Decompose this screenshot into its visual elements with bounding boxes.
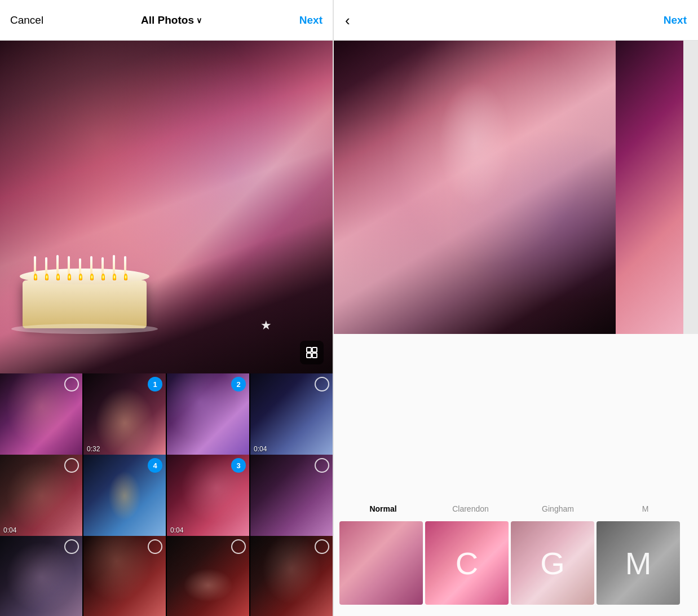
chevron-down-icon: ∨ bbox=[196, 16, 202, 25]
filter-letter-clarendon: C bbox=[456, 545, 478, 582]
thumbnail-8[interactable] bbox=[250, 455, 333, 537]
thumb-selector-9[interactable] bbox=[64, 539, 79, 554]
thumbnail-6[interactable]: 4 bbox=[83, 455, 166, 537]
thumb-selector-8[interactable] bbox=[315, 458, 329, 473]
thumbnail-10[interactable] bbox=[83, 536, 166, 616]
filter-letter-moon: M bbox=[625, 545, 652, 582]
thumbnail-grid: 0:32 1 2 0:04 0:04 4 0:04 bbox=[0, 373, 333, 616]
thumbnail-7[interactable]: 0:04 3 bbox=[167, 455, 249, 537]
thumb-selector-1[interactable] bbox=[64, 377, 79, 391]
main-photo-bg: ★ bbox=[0, 41, 333, 373]
thumb-badge-3: 2 bbox=[231, 377, 246, 391]
thumbnail-1[interactable] bbox=[0, 373, 82, 456]
thumbnail-12[interactable] bbox=[250, 536, 333, 616]
thumbnail-9[interactable] bbox=[0, 536, 82, 616]
filter-label-moon: M bbox=[602, 504, 689, 513]
thumb-selector-10[interactable] bbox=[148, 539, 162, 554]
back-button[interactable]: ‹ bbox=[345, 13, 350, 28]
right-main-photo bbox=[334, 41, 616, 334]
thumb-badge-6: 4 bbox=[148, 458, 162, 473]
right-panel: ‹ Next Normal Clarendon Gingham M bbox=[334, 0, 698, 616]
filter-thumbnails-row: C G M bbox=[334, 521, 698, 605]
left-panel: Cancel All Photos ∨ Next bbox=[0, 0, 333, 616]
right-preview-area bbox=[334, 41, 698, 334]
thumb-badge-7: 3 bbox=[231, 458, 246, 473]
thumb-duration-4: 0:04 bbox=[254, 445, 267, 453]
main-photo-preview: ★ bbox=[0, 41, 333, 373]
filter-section: Normal Clarendon Gingham M C G bbox=[334, 487, 698, 616]
cancel-button[interactable]: Cancel bbox=[10, 14, 43, 27]
thumb-badge-2: 1 bbox=[148, 377, 162, 391]
filter-label-normal: Normal bbox=[339, 504, 427, 513]
star-icon: ★ bbox=[260, 318, 276, 334]
left-next-button[interactable]: Next bbox=[299, 14, 323, 27]
svg-rect-2 bbox=[307, 353, 311, 358]
right-header: ‹ Next bbox=[334, 0, 698, 41]
thumb-duration-5: 0:04 bbox=[3, 526, 16, 534]
thumb-duration-7: 0:04 bbox=[170, 526, 183, 534]
filter-labels-row: Normal Clarendon Gingham M bbox=[334, 504, 698, 513]
left-header: Cancel All Photos ∨ Next bbox=[0, 0, 333, 41]
all-photos-dropdown[interactable]: All Photos ∨ bbox=[141, 14, 202, 27]
right-next-button[interactable]: Next bbox=[664, 14, 687, 27]
right-side-photo bbox=[616, 41, 683, 334]
filter-label-gingham: Gingham bbox=[514, 504, 602, 513]
thumbnail-4[interactable]: 0:04 bbox=[250, 373, 333, 456]
thumb-selector-12[interactable] bbox=[315, 539, 329, 554]
filter-thumb-moon[interactable]: M bbox=[597, 521, 680, 605]
filter-thumb-normal[interactable] bbox=[339, 521, 423, 605]
svg-rect-3 bbox=[312, 353, 317, 358]
svg-rect-1 bbox=[312, 347, 317, 352]
thumbnail-3[interactable]: 2 bbox=[167, 373, 249, 456]
filter-thumb-gingham[interactable]: G bbox=[511, 521, 594, 605]
multi-select-button[interactable] bbox=[300, 341, 324, 364]
thumb-selector-5[interactable] bbox=[64, 458, 79, 473]
thumbnail-5[interactable]: 0:04 bbox=[0, 455, 82, 537]
svg-rect-0 bbox=[307, 347, 311, 352]
all-photos-label: All Photos bbox=[141, 14, 194, 27]
filter-thumb-clarendon[interactable]: C bbox=[425, 521, 509, 605]
thumb-selector-4[interactable] bbox=[315, 377, 329, 391]
thumb-selector-11[interactable] bbox=[231, 539, 246, 554]
thumb-duration-2: 0:32 bbox=[87, 445, 100, 453]
thumbnail-2[interactable]: 0:32 1 bbox=[83, 373, 166, 456]
thumbnail-11[interactable] bbox=[167, 536, 249, 616]
filter-label-clarendon: Clarendon bbox=[427, 504, 514, 513]
filter-letter-gingham: G bbox=[540, 545, 565, 582]
